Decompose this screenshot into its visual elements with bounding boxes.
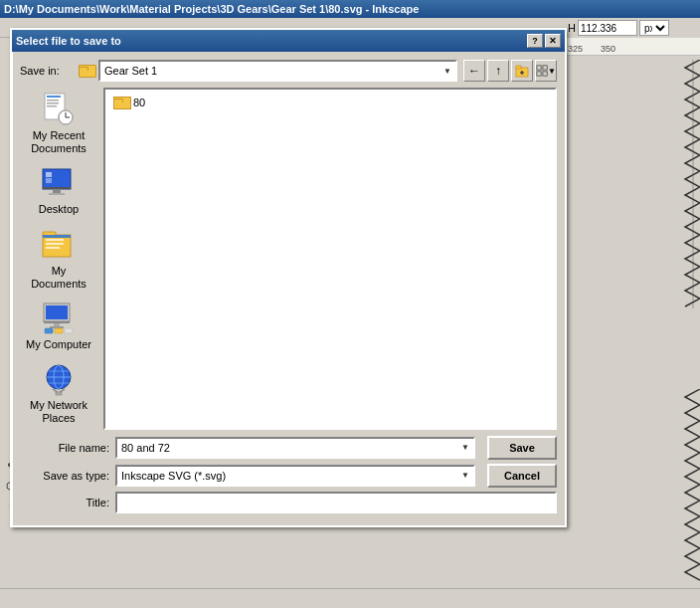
file-name-row: File name: 80 and 72 ▼ Save <box>20 436 557 460</box>
svg-rect-25 <box>46 239 64 241</box>
statusbar <box>0 588 700 608</box>
dialog-content: Save in: Gear Set 1 ▼ ← ↑ <box>12 52 565 525</box>
dialog-title: Select file to save to <box>16 35 527 47</box>
sidebar-icons: My Recent Documents Des <box>20 88 97 430</box>
svg-rect-23 <box>43 235 71 257</box>
title-row: Title: <box>20 492 557 513</box>
recent-docs-icon <box>41 92 77 127</box>
svg-rect-30 <box>46 305 68 319</box>
svg-rect-18 <box>43 187 71 189</box>
svg-rect-9 <box>47 96 61 98</box>
svg-rect-21 <box>46 172 52 177</box>
ruler-tick-325: 325 <box>568 44 583 54</box>
my-documents-icon <box>41 227 77 263</box>
view-button[interactable]: ▼ <box>535 60 557 82</box>
horizontal-ruler: 325 350 <box>564 38 700 56</box>
ruler-tick-350: 350 <box>601 44 615 54</box>
svg-rect-19 <box>53 189 61 193</box>
svg-rect-35 <box>55 328 63 333</box>
save-as-type-row: Save as type: Inkscape SVG (*.svg) ▼ Can… <box>20 464 557 488</box>
gear-decoration-bottom <box>665 389 700 588</box>
sidebar-item-desktop-label: Desktop <box>39 203 79 216</box>
h-input[interactable] <box>578 20 637 36</box>
help-button[interactable]: ? <box>527 34 543 48</box>
sidebar-item-my-documents[interactable]: My Documents <box>23 223 94 295</box>
file-name-label: File name: <box>20 442 109 454</box>
inkscape-titlebar: D:\My Documents\Work\Material Projects\3… <box>0 0 700 18</box>
cancel-buttons: Cancel <box>487 464 557 488</box>
svg-rect-5 <box>543 66 547 70</box>
save-in-label: Save in: <box>20 65 75 77</box>
dialog-titlebar: Select file to save to ? ✕ <box>12 30 565 52</box>
file-item-80[interactable]: 80 <box>109 94 551 111</box>
file-item-name: 80 <box>133 97 145 108</box>
new-folder-button[interactable] <box>511 60 533 82</box>
sidebar-item-recent-docs-label: My Recent Documents <box>25 129 92 155</box>
h-label: H <box>568 22 576 34</box>
svg-rect-4 <box>537 66 541 70</box>
location-dropdown-arrow: ▼ <box>443 67 451 76</box>
svg-rect-20 <box>49 193 65 195</box>
svg-rect-42 <box>56 392 62 395</box>
sidebar-item-desktop[interactable]: Desktop <box>23 161 94 220</box>
svg-rect-33 <box>50 326 64 328</box>
file-name-value: 80 and 72 <box>121 442 170 454</box>
save-button[interactable]: Save <box>487 436 557 460</box>
svg-rect-1 <box>516 66 521 69</box>
inkscape-background: D:\My Documents\Work\Material Projects\3… <box>0 0 700 608</box>
unit-dropdown[interactable]: px <box>639 20 669 36</box>
location-dropdown[interactable]: Gear Set 1 ▼ <box>98 60 457 82</box>
close-button[interactable]: ✕ <box>545 34 561 48</box>
svg-rect-11 <box>47 102 59 104</box>
h-field-area: H px <box>564 18 700 38</box>
action-buttons: Save <box>487 436 557 460</box>
title-label: Title: <box>20 497 109 508</box>
title-buttons: ? ✕ <box>527 34 561 48</box>
save-as-type-value: Inkscape SVG (*.svg) <box>121 470 226 482</box>
main-area: My Recent Documents Des <box>20 88 557 430</box>
file-list-area[interactable]: 80 <box>103 88 557 430</box>
save-in-row: Save in: Gear Set 1 ▼ ← ↑ <box>20 60 557 82</box>
svg-rect-28 <box>43 235 71 238</box>
save-as-type-input[interactable]: Inkscape SVG (*.svg) ▼ <box>115 465 475 487</box>
svg-rect-7 <box>543 72 547 76</box>
file-name-input[interactable]: 80 and 72 ▼ <box>115 437 475 459</box>
file-name-dropdown-arrow: ▼ <box>461 443 469 452</box>
location-text: Gear Set 1 <box>104 65 157 77</box>
view-icon <box>536 64 548 78</box>
svg-rect-10 <box>47 100 59 101</box>
sidebar-item-my-computer-label: My Computer <box>26 338 91 351</box>
view-dropdown-arrow: ▼ <box>548 67 556 76</box>
title-input[interactable] <box>115 492 557 513</box>
cancel-button[interactable]: Cancel <box>487 464 557 488</box>
file-folder-icon <box>113 96 129 109</box>
gear-decoration-top <box>665 60 700 308</box>
back-button[interactable]: ← <box>463 60 485 82</box>
save-dialog: Select file to save to ? ✕ Save in: Gear… <box>10 28 567 527</box>
my-computer-icon <box>41 301 77 336</box>
inkscape-title-text: D:\My Documents\Work\Material Projects\3… <box>4 3 419 15</box>
new-folder-icon <box>515 64 529 78</box>
sidebar-item-my-computer[interactable]: My Computer <box>23 297 94 355</box>
bottom-fields: File name: 80 and 72 ▼ Save Save as type… <box>20 436 557 513</box>
svg-rect-6 <box>537 72 541 76</box>
svg-rect-31 <box>44 321 70 323</box>
sidebar-item-my-documents-label: My Documents <box>25 265 92 291</box>
svg-rect-12 <box>47 105 57 107</box>
svg-rect-26 <box>46 243 64 245</box>
svg-rect-32 <box>54 323 60 326</box>
my-network-icon <box>41 361 77 397</box>
folder-icon-small <box>79 64 94 78</box>
svg-rect-34 <box>45 328 53 333</box>
sidebar-item-my-network-label: My Network Places <box>25 399 92 425</box>
desktop-icon <box>41 165 77 201</box>
save-as-type-label: Save as type: <box>20 470 109 482</box>
sidebar-item-my-network[interactable]: My Network Places <box>23 357 94 429</box>
save-as-type-dropdown-arrow: ▼ <box>461 471 469 480</box>
svg-rect-27 <box>46 247 60 249</box>
svg-rect-36 <box>65 328 73 333</box>
svg-rect-22 <box>46 178 52 183</box>
up-button[interactable]: ↑ <box>487 60 509 82</box>
nav-toolbar: ← ↑ <box>463 60 557 82</box>
sidebar-item-recent-docs[interactable]: My Recent Documents <box>23 88 94 159</box>
